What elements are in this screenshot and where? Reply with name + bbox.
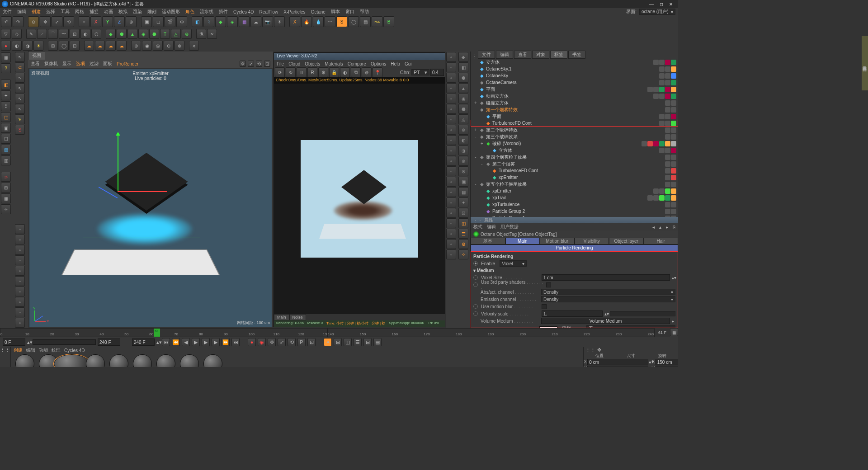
palette-icon[interactable]: ◫ — [458, 218, 468, 228]
palette-icon[interactable]: ▫ — [446, 125, 456, 135]
pb-extra2[interactable]: ⊞ — [334, 338, 342, 346]
tb2-1[interactable]: ◇ — [12, 29, 22, 39]
point-mode[interactable]: ⠿ — [1, 101, 11, 111]
scale-tool[interactable]: ⤢ — [52, 16, 62, 27]
frame-start[interactable]: 0 F — [3, 338, 25, 346]
enable-radio[interactable] — [473, 261, 478, 266]
tb3-10[interactable]: ⊕ — [175, 41, 184, 51]
mat-tab[interactable]: 纹理 — [52, 347, 61, 353]
material-item[interactable]: OctGlos — [131, 354, 154, 367]
pb-extra4[interactable]: ☰ — [354, 338, 362, 346]
tree-row[interactable]: - ◆ 第一个烟雾特效 — [471, 106, 678, 113]
menu-item[interactable]: 文件 — [3, 9, 12, 15]
tb3-6[interactable]: ⊚ — [131, 41, 141, 51]
next-frame[interactable]: ▶ — [212, 338, 220, 346]
tb3-1[interactable]: ◐ — [12, 41, 22, 51]
cloud3-button[interactable]: ☁ — [106, 41, 116, 51]
tree-row[interactable]: ◆ 平面 — [471, 113, 678, 120]
palette-icon[interactable]: ▫ — [446, 166, 456, 176]
camera-button[interactable]: 📷 — [262, 16, 273, 27]
deformer-button[interactable]: ▦ — [239, 16, 250, 27]
arrow5-tool[interactable]: ↖ — [15, 104, 25, 114]
tb2-11[interactable]: ▲ — [127, 29, 137, 39]
tb3-7[interactable]: ◉ — [142, 41, 152, 51]
palette-icon[interactable]: ▫ — [446, 249, 456, 259]
tb2-13[interactable]: ⬣ — [149, 29, 159, 39]
prim-spline-button[interactable]: ⌇ — [203, 16, 214, 27]
palette-icon[interactable]: ▫ — [446, 218, 456, 228]
bottom-handle[interactable]: ⋮⋮ — [0, 347, 11, 367]
palette-icon[interactable]: ✧ — [458, 249, 468, 259]
voxel-input[interactable] — [542, 274, 670, 281]
arrow2-tool[interactable]: ↖ — [15, 73, 25, 83]
tree-row[interactable]: + ◆ 破碎 (Voronoi) — [471, 140, 678, 147]
menu-item[interactable]: 雕刻 — [147, 9, 156, 15]
octane-o-button[interactable]: ◯ — [348, 16, 359, 27]
vp-nav3[interactable]: ⟲ — [256, 61, 262, 67]
pb-extra6[interactable]: ▤ — [373, 338, 382, 346]
mat-tab[interactable]: 功能 — [39, 347, 48, 353]
arrow4-tool[interactable]: ↖ — [15, 94, 25, 103]
cloud4-button[interactable]: ☁ — [117, 41, 127, 51]
expand-icon[interactable]: + — [473, 100, 478, 105]
lv-pause[interactable]: ⏸ — [297, 67, 307, 77]
shuffle-button[interactable]: ⤮ — [189, 41, 199, 51]
enable-select[interactable]: Voxel▾ — [500, 260, 527, 267]
lv-tab-main[interactable]: Main — [274, 314, 289, 320]
rf-button[interactable]: 💧 — [313, 16, 324, 27]
attr-menu[interactable]: 编辑 — [487, 224, 496, 230]
menu-item[interactable]: 脚本 — [331, 9, 340, 15]
vp-nav1[interactable]: ✥ — [240, 61, 246, 67]
menu-item[interactable]: 工具 — [61, 9, 70, 15]
axis-y-button[interactable]: Y — [102, 16, 113, 27]
uv-mode[interactable]: ☐ — [1, 134, 11, 144]
lv-region[interactable]: R — [307, 67, 317, 77]
palette-icon[interactable]: ◐ — [458, 135, 468, 145]
tc8[interactable]: ▫ — [15, 297, 25, 307]
lv-menu[interactable]: File — [277, 61, 284, 66]
octane-s-button[interactable]: S — [336, 16, 347, 27]
tb2-3[interactable]: ⟋ — [37, 29, 47, 39]
b-button[interactable]: B — [383, 16, 394, 27]
palette-icon[interactable]: ▫ — [446, 208, 456, 218]
expand-icon[interactable]: - — [480, 161, 484, 166]
rp-tab[interactable]: 编辑 — [496, 51, 513, 59]
rotate-tool[interactable]: ⟲ — [63, 16, 74, 27]
material-item[interactable]: OctDiff — [61, 354, 83, 367]
palette-icon[interactable]: ▫ — [446, 177, 456, 187]
tree-row[interactable]: - ◆ 第四个烟雾粒子效果 — [471, 154, 678, 160]
range-slider-l[interactable] — [33, 339, 96, 345]
lv-pin[interactable]: 📍 — [373, 67, 382, 77]
tree-row[interactable]: ◆ 立方体 — [471, 147, 678, 154]
attr-tab[interactable]: Main — [505, 238, 540, 244]
emis-select[interactable]: Density▾ — [541, 296, 675, 302]
tree-row[interactable]: ◆ OctaneSky — [471, 72, 678, 79]
tc9[interactable]: ▫ — [15, 307, 25, 317]
palette-icon[interactable]: ▦ — [458, 187, 468, 197]
move-tool[interactable]: ✥ — [40, 16, 51, 27]
magnet-button[interactable]: ⊃ — [1, 172, 11, 182]
palette-icon[interactable]: ⬢ — [458, 73, 468, 83]
attr-tab[interactable]: Hair — [644, 238, 679, 244]
material-item[interactable]: OctDiff — [202, 354, 224, 367]
edge-mode[interactable]: ◫ — [1, 112, 11, 122]
generator-button[interactable]: ◆ — [215, 16, 226, 27]
rf2-button[interactable]: 〰 — [325, 16, 335, 27]
play-fwd[interactable]: ▶ — [202, 338, 210, 346]
tree-row[interactable]: ◆ 立方体 — [471, 59, 678, 66]
tree-row[interactable]: ◆ 平面 — [471, 86, 678, 93]
menu-item[interactable]: 渲染 — [133, 9, 142, 15]
frame-end-l[interactable]: 240 F — [98, 338, 120, 346]
lv-menu[interactable]: Compare — [348, 61, 366, 66]
material-item[interactable]: OctSpe — [178, 354, 201, 367]
material-item[interactable]: OctGlos — [155, 354, 177, 367]
palette-icon[interactable]: ✦ — [458, 197, 468, 207]
motion-checkbox[interactable] — [542, 304, 547, 309]
palette-icon[interactable]: ◧ — [458, 62, 468, 72]
tc6[interactable]: ▫ — [15, 276, 25, 286]
voxel-radio[interactable] — [473, 275, 478, 280]
tc3[interactable]: ▫ — [15, 245, 25, 255]
tb2-5[interactable]: 〜 — [59, 29, 69, 39]
tree-row[interactable]: ◆ xpEmitter — [471, 174, 678, 181]
menu-item[interactable]: X-Particles — [283, 9, 305, 14]
